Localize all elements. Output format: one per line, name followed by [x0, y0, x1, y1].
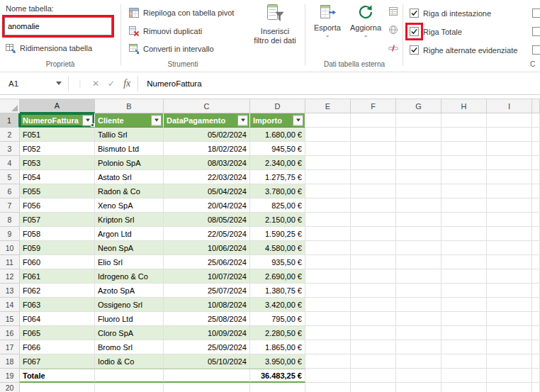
cell-E8[interactable] [305, 213, 351, 227]
cell-B11[interactable]: Elio Srl [95, 255, 164, 269]
cell-A16[interactable]: F065 [20, 326, 95, 340]
cell-B17[interactable]: Bromo Srl [95, 340, 164, 354]
open-in-browser-button[interactable] [386, 23, 401, 37]
cell-B1[interactable]: Cliente [95, 113, 164, 128]
last-column-checkbox[interactable] [532, 27, 540, 36]
cell-J8[interactable] [532, 213, 540, 227]
cell-I5[interactable] [487, 170, 532, 184]
insert-slicer-button[interactable]: Inserisci filtro dei dati [245, 3, 305, 45]
cell-A20[interactable] [20, 383, 95, 392]
column-header-partial[interactable] [532, 99, 540, 113]
enter-icon[interactable]: ✓ [108, 79, 115, 89]
cell-E16[interactable] [305, 326, 351, 340]
cell-D7[interactable]: 825,00 € [250, 198, 305, 213]
cell-D10[interactable]: 4.580,00 € [250, 241, 305, 255]
row-header-11[interactable]: 11 [0, 255, 20, 269]
cell-I9[interactable] [487, 227, 532, 241]
cell-B9[interactable]: Argon Ltd [95, 227, 164, 241]
row-header-2[interactable]: 2 [0, 128, 20, 142]
cell-F7[interactable] [351, 198, 396, 213]
cell-D3[interactable]: 945,50 € [250, 142, 305, 156]
cell-D11[interactable]: 935,50 € [250, 255, 305, 269]
cell-F19[interactable] [351, 369, 396, 383]
cell-D19[interactable]: 36.483,25 € [250, 369, 305, 383]
cell-A19[interactable]: Totale [20, 369, 95, 383]
cell-G7[interactable] [396, 198, 441, 213]
cell-G9[interactable] [396, 227, 441, 241]
cell-D4[interactable]: 2.340,00 € [250, 156, 305, 170]
cell-E4[interactable] [305, 156, 351, 170]
cell-B4[interactable]: Polonio SpA [95, 156, 164, 170]
cell-G2[interactable] [396, 128, 441, 142]
cell-A6[interactable]: F055 [20, 184, 95, 198]
cell-G4[interactable] [396, 156, 441, 170]
row-header-10[interactable]: 10 [0, 241, 20, 255]
cell-G15[interactable] [396, 312, 441, 326]
cell-I14[interactable] [487, 298, 532, 312]
row-header-12[interactable]: 12 [0, 269, 20, 284]
column-header-A[interactable]: A [20, 99, 95, 113]
cell-A8[interactable]: F057 [20, 213, 95, 227]
cell-F18[interactable] [351, 354, 396, 369]
cell-J19[interactable] [532, 369, 540, 383]
cell-A3[interactable]: F052 [20, 142, 95, 156]
cell-A13[interactable]: F062 [20, 284, 95, 298]
cell-J13[interactable] [532, 284, 540, 298]
row-header-4[interactable]: 4 [0, 156, 20, 170]
cell-B3[interactable]: Bismuto Ltd [95, 142, 164, 156]
banded-rows-checkbox[interactable] [410, 45, 419, 55]
row-header-5[interactable]: 5 [0, 170, 20, 184]
cell-C7[interactable]: 20/04/2024 [164, 198, 250, 213]
table-name-input[interactable] [4, 17, 112, 35]
cell-G1[interactable] [396, 113, 441, 128]
cell-A2[interactable]: F051 [20, 128, 95, 142]
cell-F11[interactable] [351, 255, 396, 269]
cell-B2[interactable]: Tallio Srl [95, 128, 164, 142]
cell-F16[interactable] [351, 326, 396, 340]
cell-E18[interactable] [305, 354, 351, 369]
cell-H19[interactable] [441, 369, 487, 383]
cancel-icon[interactable]: ✕ [92, 79, 99, 89]
name-box[interactable]: A1 [0, 73, 68, 94]
refresh-button[interactable]: Aggiorna ⌄ [347, 3, 384, 38]
cell-I4[interactable] [487, 156, 532, 170]
cell-A12[interactable]: F061 [20, 269, 95, 284]
cell-A10[interactable]: F059 [20, 241, 95, 255]
cell-F2[interactable] [351, 128, 396, 142]
cell-C8[interactable]: 08/05/2024 [164, 213, 250, 227]
cell-C18[interactable]: 05/10/2024 [164, 354, 250, 369]
cell-J3[interactable] [532, 142, 540, 156]
cell-E19[interactable] [305, 369, 351, 383]
cell-B15[interactable]: Fluoro Ltd [95, 312, 164, 326]
cell-B19[interactable] [95, 369, 164, 383]
formula-input[interactable]: NumeroFattura [138, 73, 540, 94]
cell-D2[interactable]: 1.680,00 € [250, 128, 305, 142]
unlink-button[interactable] [386, 41, 401, 55]
cell-J15[interactable] [532, 312, 540, 326]
cell-J6[interactable] [532, 184, 540, 198]
cell-B8[interactable]: Kripton Srl [95, 213, 164, 227]
row-header-19[interactable]: 19 [0, 369, 20, 383]
cell-D9[interactable]: 1.590,25 € [250, 227, 305, 241]
cell-I19[interactable] [487, 369, 532, 383]
cell-A7[interactable]: F056 [20, 198, 95, 213]
row-header-1[interactable]: 1 [0, 113, 20, 128]
cell-C15[interactable]: 25/08/2024 [164, 312, 250, 326]
cell-A15[interactable]: F064 [20, 312, 95, 326]
select-all-corner[interactable] [0, 99, 20, 113]
cell-E12[interactable] [305, 269, 351, 284]
cell-H11[interactable] [441, 255, 487, 269]
cell-A1[interactable]: NumeroFattura [20, 113, 95, 128]
cell-E9[interactable] [305, 227, 351, 241]
cell-I12[interactable] [487, 269, 532, 284]
cell-F3[interactable] [351, 142, 396, 156]
cell-H12[interactable] [441, 269, 487, 284]
cell-H8[interactable] [441, 213, 487, 227]
row-header-16[interactable]: 16 [0, 326, 20, 340]
cell-D5[interactable]: 1.275,75 € [250, 170, 305, 184]
cell-D18[interactable]: 3.950,00 € [250, 354, 305, 369]
row-header-18[interactable]: 18 [0, 354, 20, 369]
cell-H20[interactable] [441, 383, 487, 392]
cell-J1[interactable] [532, 113, 540, 128]
cell-G11[interactable] [396, 255, 441, 269]
